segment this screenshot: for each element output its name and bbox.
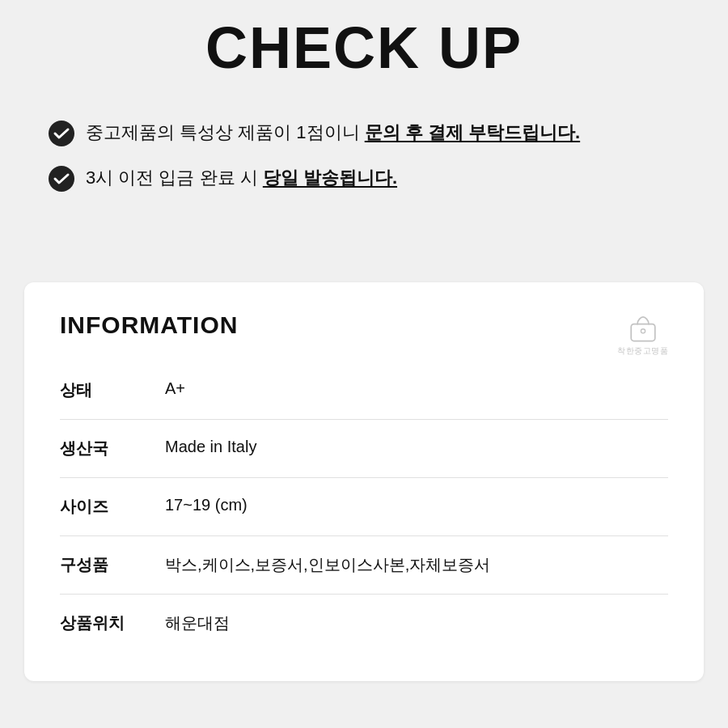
info-label-4: 상품위치 — [60, 612, 165, 634]
info-label-1: 생산국 — [60, 438, 165, 459]
info-row-4: 상품위치해운대점 — [60, 595, 668, 652]
notice-text-2-before: 3시 이전 입금 완료 시 — [86, 167, 263, 188]
svg-point-0 — [49, 121, 74, 146]
notice-text-1-highlight: 문의 후 결제 부탁드립니다. — [365, 122, 580, 142]
page-title: CHECK UP — [0, 16, 728, 80]
info-rows-container: 상태A+생산국Made in Italy사이즈17~19 (cm)구성품박스,케… — [60, 362, 668, 652]
notice-section: 중고제품의 특성상 제품이 1점이니 문의 후 결제 부탁드립니다. 3시 이전… — [0, 104, 728, 234]
brand-text-line1: 착한중고명품 — [617, 345, 668, 357]
info-value-1: Made in Italy — [165, 438, 256, 456]
check-icon-2 — [49, 166, 74, 192]
info-label-0: 상태 — [60, 379, 165, 401]
info-value-3: 박스,케이스,보증서,인보이스사본,자체보증서 — [165, 554, 490, 576]
notice-item-2: 3시 이전 입금 완료 시 당일 발송됩니다. — [49, 164, 679, 192]
notice-text-1-before: 중고제품의 특성상 제품이 1점이니 — [86, 122, 365, 142]
notice-item-1: 중고제품의 특성상 제품이 1점이니 문의 후 결제 부탁드립니다. — [49, 119, 679, 146]
brand-watermark: 착한중고명품 — [617, 311, 668, 357]
brand-icon — [625, 311, 661, 344]
info-row-2: 사이즈17~19 (cm) — [60, 478, 668, 536]
info-row-0: 상태A+ — [60, 362, 668, 420]
info-row-1: 생산국Made in Italy — [60, 420, 668, 478]
header-section: CHECK UP — [0, 0, 728, 104]
info-value-2: 17~19 (cm) — [165, 496, 248, 514]
info-card-title: INFORMATION — [60, 311, 668, 339]
svg-rect-2 — [631, 324, 655, 341]
info-value-4: 해운대점 — [165, 612, 230, 634]
info-row-3: 구성품박스,케이스,보증서,인보이스사본,자체보증서 — [60, 536, 668, 595]
info-label-2: 사이즈 — [60, 496, 165, 518]
notice-text-1: 중고제품의 특성상 제품이 1점이니 문의 후 결제 부탁드립니다. — [86, 119, 580, 146]
info-card: INFORMATION 착한중고명품 상태A+생산국Made in Italy사… — [24, 282, 704, 681]
spacer — [0, 234, 728, 282]
check-icon-1 — [49, 121, 74, 146]
notice-text-2: 3시 이전 입금 완료 시 당일 발송됩니다. — [86, 164, 397, 191]
notice-text-2-highlight: 당일 발송됩니다. — [263, 167, 397, 188]
info-label-3: 구성품 — [60, 554, 165, 576]
svg-point-1 — [49, 166, 74, 192]
svg-point-3 — [641, 329, 645, 333]
info-value-0: A+ — [165, 379, 185, 398]
